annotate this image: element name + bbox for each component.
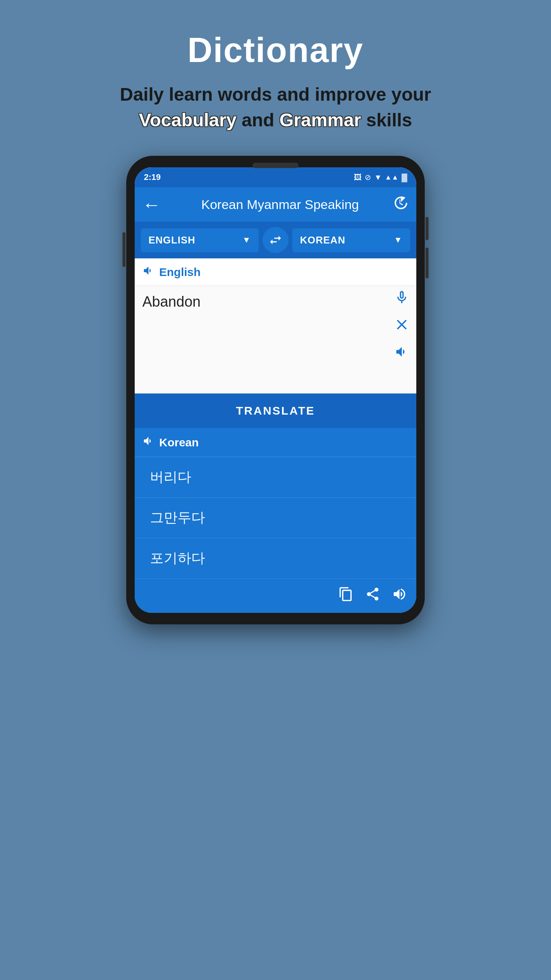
- result-lang-row: Korean: [135, 428, 416, 457]
- target-language-button[interactable]: KOREAN ▼: [292, 228, 410, 252]
- subtitle: Daily learn words and improve your Vocab…: [120, 82, 431, 133]
- vol-down-button[interactable]: [425, 248, 429, 278]
- result-item-2: 그만두다: [135, 498, 416, 538]
- subtitle-skills: skills: [361, 110, 412, 130]
- subtitle-vocab: Vocabulary: [139, 110, 236, 130]
- status-time: 2:19: [144, 172, 161, 182]
- app-bar: ← Korean Myanmar Speaking: [135, 187, 416, 222]
- dnd-icon: ⊘: [365, 173, 371, 182]
- result-lang-label: Korean: [159, 436, 199, 449]
- translate-button[interactable]: TRANSLATE: [135, 394, 416, 428]
- source-language-button[interactable]: ENGLISH ▼: [141, 228, 259, 252]
- sim-icon: 🖼: [354, 173, 362, 182]
- result-item-1: 버리다: [135, 457, 416, 498]
- phone-mockup: 2:19 🖼 ⊘ ▼ ▲▲ ▓ ← Korean Myanmar Speakin…: [126, 156, 425, 624]
- source-language-label: ENGLISH: [148, 234, 196, 246]
- input-area[interactable]: Abandon: [135, 286, 416, 393]
- app-title: Korean Myanmar Speaking: [168, 197, 392, 212]
- result-speaker-icon[interactable]: [142, 435, 155, 450]
- copy-icon[interactable]: [338, 586, 354, 605]
- source-speaker-icon[interactable]: [142, 265, 155, 279]
- result-item-3: 포기하다: [135, 538, 416, 579]
- result-items-list: 버리다 그만두다 포기하다: [135, 457, 416, 579]
- input-text: Abandon: [142, 294, 201, 310]
- subtitle-grammar: Grammar: [279, 110, 361, 130]
- microphone-icon[interactable]: [394, 290, 409, 309]
- swap-languages-button[interactable]: [262, 227, 289, 253]
- history-button[interactable]: [392, 194, 409, 215]
- subtitle-and: and: [236, 110, 279, 130]
- phone-screen: 2:19 🖼 ⊘ ▼ ▲▲ ▓ ← Korean Myanmar Speakin…: [135, 167, 416, 613]
- source-chevron-icon: ▼: [242, 235, 251, 245]
- share-icon[interactable]: [365, 586, 380, 605]
- back-button[interactable]: ←: [142, 194, 161, 215]
- result-area: Korean 버리다 그만두다 포기하다: [135, 428, 416, 613]
- page-title: Dictionary: [187, 31, 364, 70]
- source-lang-label-row: English: [135, 258, 416, 286]
- subtitle-line1: Daily learn words and improve your: [120, 84, 431, 105]
- input-icons: [393, 290, 410, 363]
- result-audio-icon[interactable]: [392, 586, 407, 605]
- playback-icon[interactable]: [395, 345, 409, 363]
- wifi-icon: ▼: [374, 173, 382, 182]
- phone-outer: 2:19 🖼 ⊘ ▼ ▲▲ ▓ ← Korean Myanmar Speakin…: [126, 156, 425, 624]
- source-translation-area: English Abandon: [135, 258, 416, 394]
- vol-up-button[interactable]: [425, 217, 429, 240]
- target-chevron-icon: ▼: [394, 235, 403, 245]
- signal-icon: ▲▲: [385, 173, 399, 181]
- target-language-label: KOREAN: [300, 234, 346, 246]
- power-button[interactable]: [122, 232, 126, 267]
- source-lang-label-text: English: [159, 266, 201, 279]
- status-bar: 2:19 🖼 ⊘ ▼ ▲▲ ▓: [135, 167, 416, 187]
- battery-icon: ▓: [401, 173, 407, 182]
- result-actions: [135, 579, 416, 613]
- clear-icon[interactable]: [393, 316, 410, 337]
- language-selector: ENGLISH ▼ KOREAN ▼: [135, 222, 416, 258]
- status-icons: 🖼 ⊘ ▼ ▲▲ ▓: [354, 173, 407, 182]
